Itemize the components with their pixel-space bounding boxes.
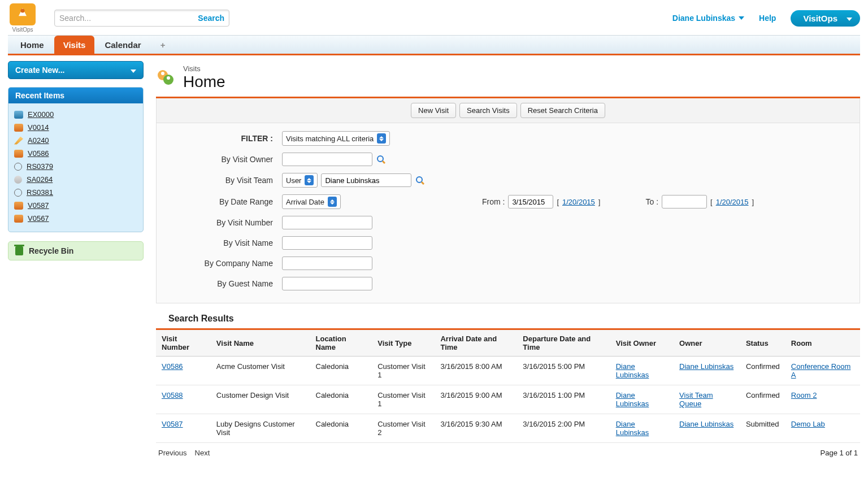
lookup-icon[interactable] <box>415 175 425 185</box>
recent-item-link[interactable]: EX0000 <box>28 110 54 119</box>
tab-add[interactable]: + <box>151 36 175 54</box>
page-body: Create New... Recent Items EX0000V0014A0… <box>0 55 868 471</box>
col-visit-number[interactable]: Visit Number <box>156 330 211 357</box>
search-button[interactable]: Search <box>198 14 224 23</box>
recent-item[interactable]: V0587 <box>14 199 137 212</box>
cell-location: Caledonia <box>310 414 372 443</box>
recent-item-link[interactable]: V0586 <box>28 149 49 158</box>
recent-item[interactable]: RS0381 <box>14 186 137 199</box>
visit-owner-link[interactable]: Diane Lubinskas <box>616 362 649 379</box>
search-input[interactable] <box>59 14 184 23</box>
col-owner[interactable]: Owner <box>674 330 740 357</box>
visit-owner-input[interactable] <box>282 153 372 166</box>
cell-location: Caledonia <box>310 385 372 414</box>
date-from-group: From : [ 1/20/2015 ] <box>482 195 601 208</box>
cell-visit-name: Luby Designs Customer Visit <box>211 414 310 443</box>
recent-item[interactable]: EX0000 <box>14 108 137 121</box>
owner-link[interactable]: Diane Lubinskas <box>679 362 734 371</box>
prev-link[interactable]: Previous <box>158 449 187 457</box>
page-info: Page 1 of 1 <box>821 449 858 457</box>
cell-status: Submitted <box>740 414 785 443</box>
lookup-icon[interactable] <box>376 154 386 164</box>
from-today-link[interactable]: 1/20/2015 <box>562 198 595 206</box>
col-location[interactable]: Location Name <box>310 330 372 357</box>
page-header: Visits Home <box>156 61 860 97</box>
visit-number-link[interactable]: V0586 <box>162 362 183 371</box>
search-visits-button[interactable]: Search Visits <box>459 103 517 118</box>
page-title: Home <box>183 73 225 91</box>
cell-arrival: 3/16/2015 8:00 AM <box>435 357 517 385</box>
recent-item[interactable]: SA0264 <box>14 173 137 186</box>
owner-link[interactable]: Diane Lubinskas <box>679 420 734 428</box>
recent-item[interactable]: V0014 <box>14 121 137 134</box>
col-departure[interactable]: Departure Date and Time <box>517 330 610 357</box>
recent-item[interactable]: A0240 <box>14 134 137 147</box>
visit-name-input[interactable] <box>282 236 372 250</box>
tab-calendar[interactable]: Calendar <box>96 36 150 54</box>
visit-number-link[interactable]: V0587 <box>162 420 183 428</box>
tab-home[interactable]: Home <box>11 36 53 54</box>
col-visit-owner[interactable]: Visit Owner <box>610 330 674 357</box>
recent-item[interactable]: RS0379 <box>14 160 137 173</box>
to-label: To : <box>645 197 658 206</box>
user-menu[interactable]: Diane Lubinskas <box>672 14 744 23</box>
filter-mode-value: Visits matching ALL criteria <box>286 134 374 143</box>
from-label: From : <box>482 197 505 206</box>
visitops-logo-icon <box>15 7 31 23</box>
visit-number-input[interactable] <box>282 216 372 229</box>
app-menu-button[interactable]: VisitOps <box>791 10 860 27</box>
col-status[interactable]: Status <box>740 330 785 357</box>
recent-item-link[interactable]: A0240 <box>28 136 49 145</box>
owner-link[interactable]: Visit Team Queue <box>679 391 713 408</box>
visit-number-label: By Visit Number <box>171 218 273 227</box>
new-visit-button[interactable]: New Visit <box>411 103 456 118</box>
recent-item[interactable]: V0586 <box>14 147 137 160</box>
table-row: V0587Luby Designs Customer VisitCaledoni… <box>156 414 860 443</box>
visit-owner-link[interactable]: Diane Lubinskas <box>616 391 649 408</box>
col-arrival[interactable]: Arrival Date and Time <box>435 330 517 357</box>
app-logo[interactable]: VisitOps <box>8 3 37 33</box>
cell-visit-type: Customer Visit 1 <box>372 385 435 414</box>
team-type-select[interactable]: User <box>282 173 318 188</box>
room-link[interactable]: Demo Lab <box>791 420 825 428</box>
cell-visit-name: Acme Customer Visit <box>211 357 310 385</box>
recycle-bin-link[interactable]: Recycle Bin <box>8 241 144 260</box>
col-visit-name[interactable]: Visit Name <box>211 330 310 357</box>
recent-item-link[interactable]: RS0379 <box>27 162 53 171</box>
help-link[interactable]: Help <box>759 14 776 23</box>
recent-item[interactable]: V0567 <box>14 212 137 225</box>
app-menu-label: VisitOps <box>803 14 837 23</box>
create-new-button[interactable]: Create New... <box>8 61 144 79</box>
cell-departure: 3/16/2015 5:00 PM <box>517 357 610 385</box>
recent-item-link[interactable]: RS0381 <box>27 188 53 197</box>
recent-items-header: Recent Items <box>8 88 143 103</box>
col-room[interactable]: Room <box>785 330 860 357</box>
recent-item-link[interactable]: V0587 <box>28 201 49 210</box>
next-link[interactable]: Next <box>195 449 210 457</box>
date-to-group: To : [ 1/20/2015 ] <box>645 195 754 208</box>
visit-owner-link[interactable]: Diane Lubinskas <box>616 420 649 437</box>
room-link[interactable]: Room 2 <box>791 391 817 399</box>
to-date-input[interactable] <box>662 195 707 208</box>
reset-criteria-button[interactable]: Reset Search Criteria <box>520 103 605 118</box>
cell-visit-type: Customer Visit 1 <box>372 357 435 385</box>
svg-line-6 <box>383 161 385 163</box>
visit-number-link[interactable]: V0588 <box>162 391 183 399</box>
from-date-input[interactable] <box>508 195 553 208</box>
guest-name-input[interactable] <box>282 277 372 290</box>
record-type-icon <box>14 176 22 184</box>
company-name-input[interactable] <box>282 257 372 270</box>
recent-item-link[interactable]: V0014 <box>28 123 49 132</box>
tab-visits[interactable]: Visits <box>54 36 95 54</box>
recent-item-link[interactable]: V0567 <box>28 214 49 223</box>
team-value-input[interactable] <box>321 173 411 187</box>
col-visit-type[interactable]: Visit Type <box>372 330 435 357</box>
to-today-link[interactable]: 1/20/2015 <box>716 198 749 206</box>
filter-mode-select[interactable]: Visits matching ALL criteria <box>282 131 390 146</box>
create-new-label: Create New... <box>15 66 64 75</box>
recent-item-link[interactable]: SA0264 <box>27 175 53 184</box>
date-type-select[interactable]: Arrival Date <box>282 194 341 209</box>
cell-visit-type: Customer Visit 2 <box>372 414 435 443</box>
room-link[interactable]: Conference Room A <box>791 362 851 379</box>
record-type-icon <box>14 215 23 223</box>
